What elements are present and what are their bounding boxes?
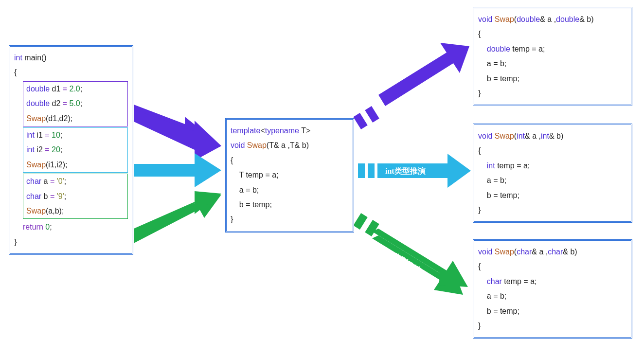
oc-l1t: char <box>487 277 502 286</box>
tpl-open: { <box>231 153 349 168</box>
svg-rect-3 <box>365 106 379 123</box>
b1-l3-rest: (d1,d2); <box>46 114 72 123</box>
b2-l1-type: int <box>26 131 35 139</box>
oi-l2: a = b; <box>478 173 627 188</box>
svg-rect-7 <box>365 220 379 236</box>
oi-t2: int <box>541 132 549 140</box>
od-t2: double <box>556 15 579 23</box>
b3-l2-val: '9' <box>54 192 64 200</box>
oc-t2: char <box>548 248 563 256</box>
od-r1: & a , <box>540 15 556 23</box>
tpl-params: (T& a ,T& b) <box>267 141 309 149</box>
main-block-char: char a = '0'; char b = '9'; Swap(a,b); <box>23 174 128 219</box>
b2-l3-rest: (i1,i2); <box>46 161 67 169</box>
output-double-box: void Swap(double& a ,double& b) { double… <box>473 7 632 106</box>
b3-l1-type: char <box>26 177 41 185</box>
b3-l2-eq: = <box>50 192 54 200</box>
oc-fn: Swap <box>492 248 514 256</box>
tpl-l3: T temp = a; <box>231 168 349 182</box>
oc-r2: & b) <box>563 248 577 256</box>
b1-l2-end: ; <box>80 99 82 107</box>
oc-r1: & a , <box>532 248 548 256</box>
b2-l2-val: 20 <box>50 145 60 154</box>
svg-rect-5 <box>368 163 375 178</box>
oi-r1: & a , <box>525 132 541 140</box>
b3-l1-eq: = <box>50 177 54 185</box>
tpl-kw2: typename <box>265 126 299 135</box>
oi-l1t: int <box>487 161 495 170</box>
right-arrow-char <box>353 213 468 295</box>
od-close: } <box>478 86 627 101</box>
oc-open: { <box>478 259 627 274</box>
oi-void: void <box>478 132 492 140</box>
oc-l1r: temp = a; <box>502 277 537 286</box>
left-arrow-double <box>134 105 221 161</box>
oi-close: } <box>478 203 627 217</box>
oi-fn: Swap <box>492 132 514 140</box>
svg-rect-2 <box>353 113 367 129</box>
od-l3: b = temp; <box>478 72 627 86</box>
main-close-brace: } <box>14 235 128 250</box>
b3-l2-type: char <box>26 192 41 200</box>
output-int-box: void Swap(int& a ,int& b) { int temp = a… <box>473 124 632 223</box>
od-open: { <box>478 27 627 41</box>
svg-rect-4 <box>358 163 365 178</box>
main-open-brace: { <box>14 65 128 80</box>
left-arrow-char <box>134 191 221 243</box>
main-block-int: int i1 = 10; int i2 = 20; Swap(i1,i2); <box>23 127 128 173</box>
oc-close: } <box>478 319 627 333</box>
svg-marker-1 <box>204 140 221 153</box>
od-l1p <box>478 45 487 53</box>
od-l1t: double <box>487 45 510 53</box>
oc-void: void <box>478 248 492 256</box>
b2-l1-end: ; <box>60 131 62 139</box>
oc-t1: char <box>517 248 532 256</box>
b1-l1-end: ; <box>80 85 82 93</box>
oc-l3: b = temp; <box>478 304 627 319</box>
tpl-l4: a = b; <box>231 183 349 197</box>
b3-l3-fn: Swap <box>26 207 46 215</box>
b1-l2-type: double <box>26 99 50 107</box>
od-l2: a = b; <box>478 56 627 71</box>
b1-l1-eq: = <box>63 85 67 93</box>
b1-l1-val: 2.0 <box>67 85 80 93</box>
oi-l3: b = temp; <box>478 188 627 203</box>
label-double: double类型推演 <box>376 46 427 83</box>
oi-open: { <box>478 143 627 158</box>
b3-l2-end: ; <box>64 192 66 200</box>
svg-rect-6 <box>353 213 367 230</box>
b1-l3-fn: Swap <box>26 114 46 123</box>
tpl-lt: < <box>260 126 265 135</box>
main-code-box: int main() { double d1 = 2.0; double d2 … <box>9 45 133 255</box>
b3-l3-rest: (a,b); <box>46 207 64 215</box>
b2-l1-val: 10 <box>50 131 60 139</box>
main-sig-type: int <box>14 54 22 62</box>
b2-l1-var: i1 <box>35 131 45 139</box>
main-ret-kw: return <box>23 223 43 231</box>
template-code-box: template<typename T> void Swap(T& a ,T& … <box>225 118 354 233</box>
main-block-double: double d1 = 2.0; double d2 = 5.0; Swap(d… <box>23 81 128 126</box>
tpl-void: void <box>231 141 245 149</box>
b1-l2-val: 5.0 <box>67 99 80 107</box>
main-sig-name: main() <box>22 54 47 62</box>
od-fn: Swap <box>492 15 514 23</box>
od-void: void <box>478 15 492 23</box>
b2-l2-eq: = <box>45 145 49 154</box>
tpl-fn: Swap <box>245 141 266 149</box>
b2-l2-end: ; <box>60 145 62 154</box>
od-r2: & b) <box>579 15 593 23</box>
b2-l2-var: i2 <box>35 145 45 154</box>
oc-l1p <box>478 277 487 286</box>
tpl-kw1: template <box>231 126 260 135</box>
b1-l1-var: d1 <box>50 85 63 93</box>
b2-l1-eq: = <box>45 131 49 139</box>
main-ret-val: 0 <box>43 223 50 231</box>
oi-r2: & b) <box>549 132 563 140</box>
tpl-l5: b = temp; <box>231 197 349 212</box>
svg-marker-0 <box>134 105 214 150</box>
b3-l2-var: b <box>41 192 50 200</box>
tpl-tgt: T> <box>299 126 310 135</box>
oi-t1: int <box>517 132 525 140</box>
output-char-box: void Swap(char& a ,char& b) { char temp … <box>473 239 632 339</box>
od-l1r: temp = a; <box>510 45 545 53</box>
